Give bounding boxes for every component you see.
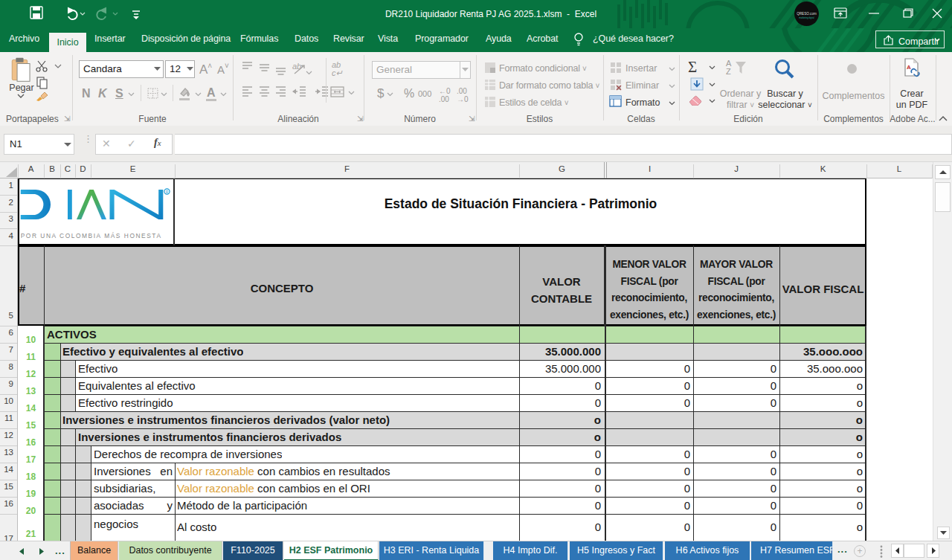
svg-text:A: A <box>907 64 911 71</box>
svg-text:POR UNA COLOMBIA MÁS HONESTA: POR UNA COLOMBIA MÁS HONESTA <box>21 232 162 239</box>
svg-text:c↵: c↵ <box>332 68 343 77</box>
svg-text:marketing digital: marketing digital <box>799 16 814 19</box>
svg-text:QRESO.com: QRESO.com <box>797 12 817 16</box>
svg-text:R: R <box>166 190 169 194</box>
